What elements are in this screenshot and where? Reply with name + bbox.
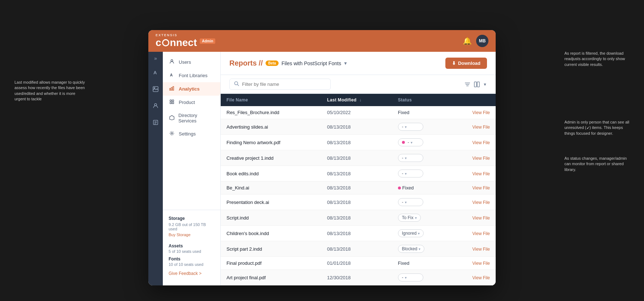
view-file-link[interactable]: View File (473, 275, 490, 280)
cell-status[interactable]: Blocked▾ (392, 241, 451, 257)
cell-status[interactable]: -▾ (392, 166, 451, 181)
nav-item-users[interactable]: Users (163, 55, 220, 69)
cell-status[interactable]: Ignored▾ (392, 226, 451, 241)
view-file-link[interactable]: View File (473, 125, 490, 130)
view-file-link[interactable]: View File (473, 247, 490, 252)
beta-badge: Beta (266, 60, 279, 66)
nav-item-font-libraries[interactable]: A Font Libraries (163, 69, 220, 82)
cell-file-name: Finding Nemo artwork.pdf (221, 135, 321, 150)
header-right: 🔔 MB (463, 35, 488, 47)
cell-date: 08/13/2018 (321, 119, 392, 135)
sidebar-bottom: Storage 9.2 GB out of 150 TB used Buy St… (163, 210, 220, 282)
nav-item-product[interactable]: Product (163, 96, 220, 109)
status-value: - (402, 124, 403, 129)
cell-status[interactable]: -▾ (392, 150, 451, 166)
col-file-name: File Name (221, 94, 321, 106)
svg-point-17 (171, 133, 173, 134)
nav-item-analytics[interactable]: Analytics (163, 82, 220, 96)
dropdown-arrow-icon: ▼ (343, 61, 348, 66)
cell-status[interactable]: Fixed (392, 257, 451, 270)
col-last-modified[interactable]: Last Modified ↓ (321, 94, 392, 106)
cell-file-name: Book edits.indd (221, 166, 321, 181)
table-row: Advertising slides.ai08/13/2018-▾View Fi… (221, 119, 496, 135)
cell-action[interactable]: View File (451, 150, 496, 166)
cell-status[interactable]: Fixed (392, 106, 451, 119)
cell-action[interactable]: View File (451, 181, 496, 195)
reports-icon[interactable] (150, 117, 161, 128)
avatar[interactable]: MB (476, 35, 488, 47)
view-file-link[interactable]: View File (473, 156, 490, 161)
cell-action[interactable]: View File (451, 226, 496, 241)
table-row: Creative project 1.indd08/13/2018-▾View … (221, 150, 496, 166)
cell-status[interactable]: -▾ (392, 135, 451, 150)
status-dropdown[interactable]: -▾ (398, 170, 423, 177)
view-file-link[interactable]: View File (473, 171, 490, 176)
annotation-right-1: As report is filtered, the download read… (564, 51, 630, 67)
cell-file-name: Creative project 1.indd (221, 150, 321, 166)
cell-date: 05/10/2022 (321, 106, 392, 119)
cell-action[interactable]: View File (451, 241, 496, 257)
cell-status[interactable]: -▾ (392, 119, 451, 135)
table-row: Final product.pdf01/01/2018FixedView Fil… (221, 257, 496, 270)
cell-date: 08/13/2018 (321, 195, 392, 210)
font-size-icon[interactable]: A (150, 67, 161, 78)
cell-action[interactable]: View File (451, 195, 496, 210)
assets-label: Assets (169, 243, 215, 248)
svg-line-19 (237, 84, 239, 86)
logo-extensis: Extensis (156, 33, 178, 37)
view-file-link[interactable]: View File (473, 200, 490, 205)
notification-bell-icon[interactable]: 🔔 (463, 37, 472, 45)
svg-rect-15 (170, 102, 171, 104)
status-dropdown[interactable]: -▾ (398, 154, 423, 162)
cell-action[interactable]: View File (451, 119, 496, 135)
image-icon[interactable] (150, 84, 161, 95)
status-dropdown-arrow-icon: ▾ (405, 276, 407, 280)
cell-action[interactable]: View File (451, 135, 496, 150)
cell-action[interactable]: View File (451, 166, 496, 181)
view-file-link[interactable]: View File (473, 140, 490, 145)
view-file-link[interactable]: View File (473, 261, 490, 266)
nav-item-settings[interactable]: Settings (163, 127, 220, 141)
status-dropdown[interactable]: -▾ (398, 273, 423, 281)
status-dropdown[interactable]: -▾ (398, 198, 423, 206)
download-button[interactable]: ⬇ Download (445, 58, 487, 69)
cell-date: 08/13/2018 (321, 210, 392, 226)
filter-icons[interactable]: ▼ (464, 81, 487, 88)
status-dropdown[interactable]: -▾ (398, 123, 423, 131)
buy-storage-link[interactable]: Buy Storage (169, 233, 191, 237)
svg-rect-10 (170, 88, 171, 90)
cell-file-name: Be_Kind.ai (221, 181, 321, 195)
view-file-link[interactable]: View File (473, 110, 490, 115)
view-file-link[interactable]: View File (473, 185, 490, 191)
give-feedback-link[interactable]: Give Feedback > (169, 271, 215, 276)
cell-date: 08/13/2018 (321, 226, 392, 241)
cell-action[interactable]: View File (451, 257, 496, 270)
columns-icon[interactable] (474, 81, 480, 88)
cell-action[interactable]: View File (451, 210, 496, 226)
status-value: - (402, 171, 403, 176)
report-type-label: Files with PostScript Fonts (281, 60, 341, 66)
cell-file-name: Advertising slides.ai (221, 119, 321, 135)
cell-status[interactable]: Fixed (392, 181, 451, 195)
status-dropdown[interactable]: -▾ (398, 138, 423, 146)
report-type-dropdown[interactable]: Files with PostScript Fonts ▼ (281, 60, 348, 66)
cell-status[interactable]: To Fix▾ (392, 210, 451, 226)
expand-sidebar-icon[interactable]: » (154, 55, 157, 61)
cell-action[interactable]: View File (451, 106, 496, 119)
filter-icon[interactable] (464, 81, 471, 88)
search-input[interactable] (242, 81, 326, 87)
cell-action[interactable]: View File (451, 270, 496, 285)
cell-status[interactable]: -▾ (392, 270, 451, 285)
users-icon[interactable] (150, 100, 161, 111)
status-blocked-badge[interactable]: Blocked▾ (398, 245, 425, 253)
view-file-link[interactable]: View File (473, 231, 490, 236)
search-icon (234, 81, 239, 87)
view-file-link[interactable]: View File (473, 216, 490, 221)
cell-status[interactable]: -▾ (392, 195, 451, 210)
status-tofix-badge[interactable]: To Fix▾ (398, 214, 421, 222)
status-dropdown-arrow-icon: ▾ (405, 200, 407, 204)
nav-item-directory-services[interactable]: Directory Services (163, 109, 220, 127)
cell-file-name: Final product.pdf (221, 257, 321, 270)
status-ignored-badge[interactable]: Ignored▾ (398, 229, 424, 237)
nav-label-users: Users (179, 59, 191, 65)
